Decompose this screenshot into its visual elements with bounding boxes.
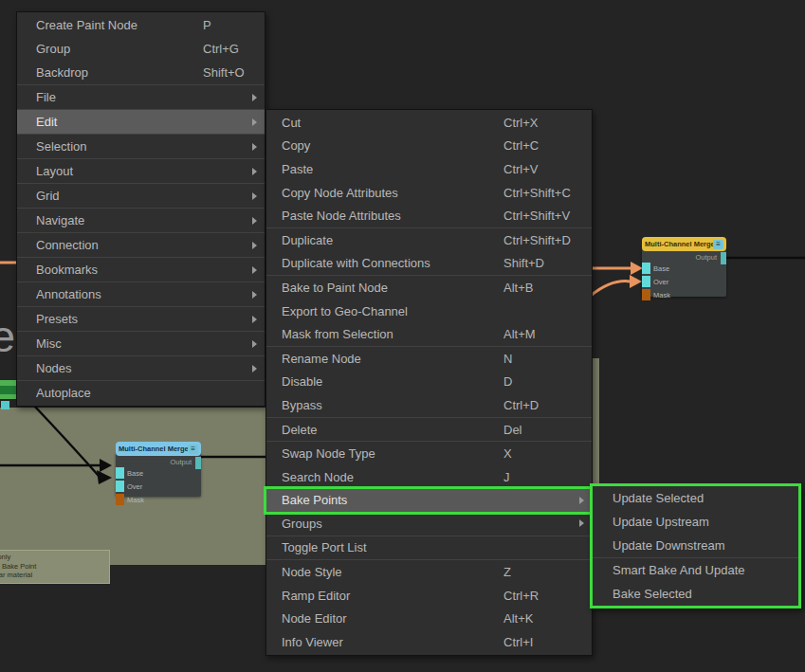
menu-item-selection[interactable]: Selection — [17, 135, 265, 158]
menu-item-info-viewer[interactable]: Info ViewerCtrl+I — [266, 630, 592, 654]
node-menu-icon[interactable]: ≡ — [713, 240, 723, 249]
menu-item-label: Node Editor — [282, 611, 503, 626]
node-menu-icon[interactable]: ≡ — [188, 445, 198, 454]
menu-item-duplicate-with-connections[interactable]: Duplicate with ConnectionsShift+D — [266, 252, 592, 276]
port-square[interactable] — [642, 276, 650, 287]
menu-item-backdrop[interactable]: BackdropShift+O — [17, 61, 265, 84]
input-port-mask[interactable]: Mask — [116, 493, 144, 506]
node-title-bar[interactable]: Multi-Channel Merge3 ≡ — [642, 237, 726, 251]
menu-item-label: Disable — [282, 374, 503, 389]
menu-item-shortcut: Ctrl+Shift+V — [503, 209, 584, 223]
menu-item-ramp-editor[interactable]: Ramp EditorCtrl+R — [266, 584, 592, 608]
menu-item-label: Autoplace — [36, 386, 203, 400]
port-square[interactable] — [642, 263, 650, 274]
menu-item-misc[interactable]: Misc — [17, 332, 265, 355]
menu-item-grid[interactable]: Grid — [17, 184, 265, 208]
menu-item-layout[interactable]: Layout — [17, 159, 265, 183]
menu-item-export-to-geo-channel[interactable]: Export to Geo-Channel — [266, 300, 592, 323]
menu-item-duplicate[interactable]: DuplicateCtrl+Shift+D — [266, 228, 592, 252]
menu-item-label: Delete — [282, 423, 503, 437]
menu-item-copy-node-attributes[interactable]: Copy Node AttributesCtrl+Shift+C — [266, 181, 592, 205]
menu-item-bake-points[interactable]: Bake Points — [266, 489, 592, 513]
menu-item-bake-selected[interactable]: Bake Selected — [593, 582, 798, 606]
partial-node-port[interactable] — [1, 401, 9, 409]
menu-item-node-style[interactable]: Node StyleZ — [266, 560, 592, 584]
input-port-base[interactable]: Base — [642, 262, 670, 275]
port-label: Over — [653, 278, 668, 286]
menu-item-update-downstream[interactable]: Update Downstream — [593, 534, 798, 557]
input-port-base[interactable]: Base — [116, 466, 144, 480]
menu-item-disable[interactable]: DisableD — [266, 371, 592, 394]
menu-item-update-upstream[interactable]: Update Upstream — [593, 510, 798, 534]
port-square[interactable] — [116, 494, 124, 505]
input-port-over[interactable]: Over — [116, 480, 144, 493]
menu-item-paste-node-attributes[interactable]: Paste Node AttributesCtrl+Shift+V — [266, 204, 592, 227]
submenu-arrow-icon — [252, 94, 257, 101]
submenu-arrow-icon — [252, 217, 257, 225]
menu-item-label: Bake to Paint Node — [282, 281, 503, 295]
menu-item-label: Update Upstream — [613, 515, 793, 529]
menu-item-label: Connection — [36, 238, 203, 252]
menu-item-swap-node-type[interactable]: Swap Node TypeX — [266, 442, 592, 465]
menu-item-shortcut: Ctrl+C — [503, 138, 584, 153]
node-title-bar[interactable]: Multi-Channel Merge5 ≡ — [116, 442, 201, 456]
submenu-arrow-icon — [252, 365, 257, 372]
menu-item-mask-from-selection[interactable]: Mask from SelectionAlt+M — [266, 322, 592, 346]
menu-item-label: Rename Node — [282, 352, 503, 366]
menu-item-presets[interactable]: Presets — [17, 307, 265, 331]
menu-item-update-selected[interactable]: Update Selected — [593, 486, 798, 510]
menu-item-shortcut: Alt+B — [503, 281, 584, 295]
menu-item-copy[interactable]: CopyCtrl+C — [266, 135, 592, 158]
menu-item-rename-node[interactable]: Rename NodeN — [266, 347, 592, 371]
menu-item-group[interactable]: GroupCtrl+G — [17, 37, 265, 61]
menu-item-cut[interactable]: CutCtrl+X — [266, 111, 592, 135]
menu-item-shortcut: N — [503, 352, 584, 366]
output-port[interactable] — [195, 457, 201, 469]
menu-item-delete[interactable]: DeleteDel — [266, 418, 592, 442]
menu-item-shortcut: Ctrl+V — [503, 162, 584, 176]
menu-item-smart-bake-and-update[interactable]: Smart Bake And Update — [593, 558, 798, 582]
menu-item-edit[interactable]: Edit — [17, 110, 265, 134]
menu-item-shortcut: Ctrl+Shift+C — [503, 186, 584, 200]
menu-item-label: Annotations — [36, 287, 203, 301]
submenu-arrow-icon — [252, 340, 257, 348]
submenu-arrow-icon — [579, 497, 584, 504]
menu-item-bypass[interactable]: BypassCtrl+D — [266, 393, 592, 417]
menu-item-node-editor[interactable]: Node EditorAlt+K — [266, 607, 592, 630]
menu-item-label: Duplicate — [282, 233, 503, 247]
submenu-arrow-icon — [579, 519, 584, 527]
menu-item-nodes[interactable]: Nodes — [17, 356, 265, 380]
menu-item-label: Bookmarks — [36, 263, 203, 277]
menu-item-paste[interactable]: PasteCtrl+V — [266, 157, 592, 181]
node-graph-canvas[interactable]: e. parate materials that only o add a Mu… — [0, 0, 805, 672]
menu-item-autoplace[interactable]: Autoplace — [17, 381, 265, 405]
node-multi-channel-merge5[interactable]: Multi-Channel Merge5 ≡ Output BaseOverMa… — [116, 442, 201, 497]
port-label: Over — [127, 482, 142, 491]
menu-item-groups[interactable]: Groups — [266, 512, 592, 536]
menu-item-label: Copy — [282, 138, 503, 153]
menu-item-connection[interactable]: Connection — [17, 233, 265, 257]
port-square[interactable] — [116, 467, 124, 479]
menu-item-annotations[interactable]: Annotations — [17, 282, 265, 306]
node-multi-channel-merge3[interactable]: Multi-Channel Merge3 ≡ Output BaseOverMa… — [642, 237, 726, 297]
port-square[interactable] — [642, 289, 650, 300]
input-port-mask[interactable]: Mask — [642, 288, 670, 301]
menu-item-shortcut: X — [503, 446, 584, 461]
menu-item-file[interactable]: File — [17, 85, 265, 109]
port-square[interactable] — [116, 481, 124, 492]
menu-item-bake-to-paint-node[interactable]: Bake to Paint NodeAlt+B — [266, 276, 592, 300]
menu-item-label: Group — [36, 42, 203, 56]
port-label: Mask — [127, 496, 144, 504]
menu-item-search-node[interactable]: Search NodeJ — [266, 465, 592, 489]
menu-item-label: Toggle Port List — [282, 540, 503, 554]
menu-item-create-paint-node[interactable]: Create Paint NodeP — [17, 13, 265, 37]
menu-item-bookmarks[interactable]: Bookmarks — [17, 258, 265, 282]
submenu-arrow-icon — [252, 143, 257, 151]
menu-item-shortcut: D — [503, 374, 584, 389]
output-port[interactable] — [721, 252, 726, 264]
menu-item-shortcut: Ctrl+D — [503, 398, 584, 412]
input-port-over[interactable]: Over — [642, 275, 670, 288]
output-port-label: Output — [170, 458, 192, 466]
menu-item-toggle-port-list[interactable]: Toggle Port List — [266, 536, 592, 560]
menu-item-navigate[interactable]: Navigate — [17, 209, 265, 232]
